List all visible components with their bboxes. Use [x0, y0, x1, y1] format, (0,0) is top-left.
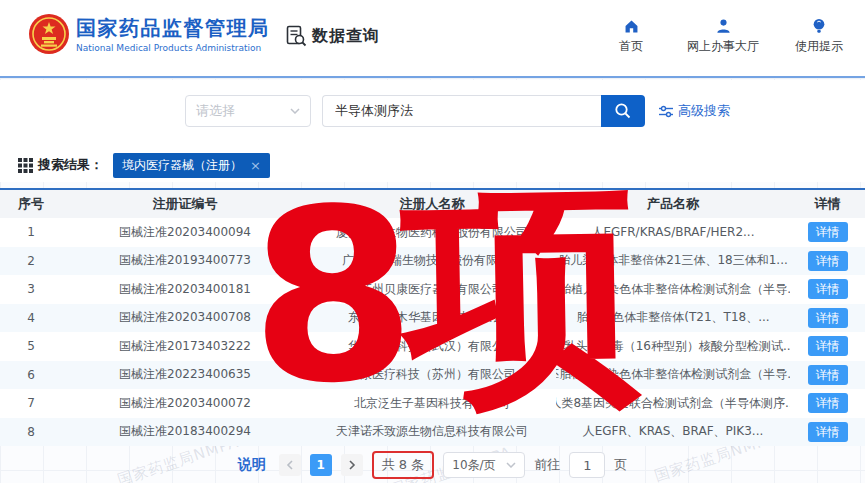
- next-page-button[interactable]: [341, 454, 363, 476]
- total-count-annotated: 共 8 条: [372, 451, 435, 479]
- table-header-row: 序号 注册证编号 注册人名称 产品名称 详情: [0, 190, 865, 218]
- cell-no: 6: [0, 361, 62, 390]
- national-emblem-logo: [28, 13, 70, 55]
- table-row: 1 国械注准20203400094 厦门艾德生物医药科技股份有限公司 人EGFR…: [0, 218, 865, 247]
- filter-tag-label: 境内医疗器械（注册）: [122, 157, 242, 174]
- cell-cert: 国械注准20193400773: [62, 247, 308, 276]
- page-button-1[interactable]: 1: [310, 454, 332, 476]
- filter-tag[interactable]: 境内医疗器械（注册） ×: [113, 153, 270, 178]
- cell-no: 2: [0, 247, 62, 276]
- cell-registrant: 序康医疗科技（苏州）有限公司: [308, 361, 556, 390]
- cell-registrant: 苏州贝康医疗器械有限公司: [308, 275, 556, 304]
- nav-item-label: 网上办事大厅: [687, 38, 759, 55]
- site-title: 国家药品监督管理局: [76, 16, 276, 40]
- search-icon: [614, 102, 632, 120]
- cell-no: 4: [0, 304, 62, 333]
- table-body: 1 国械注准20203400094 厦门艾德生物医药科技股份有限公司 人EGFR…: [0, 218, 865, 446]
- cell-registrant: 华大生物科技（武汉）有限公司: [308, 332, 556, 361]
- nav-item-service-hall[interactable]: 网上办事大厅: [687, 18, 759, 55]
- home-icon: [623, 18, 640, 34]
- cell-product: 人类8基因突变联合检测试剂盒（半导体测序...: [556, 389, 790, 418]
- advanced-search-link[interactable]: 高级搜索: [659, 102, 730, 120]
- cell-registrant: 北京泛生子基因科技有限公司: [308, 389, 556, 418]
- detail-button[interactable]: 详情: [808, 422, 848, 442]
- results-label: 搜索结果：: [38, 156, 103, 174]
- cell-cert: 国械注准20183400294: [62, 418, 308, 447]
- cell-cert: 国械注准20223400635: [62, 361, 308, 390]
- cell-no: 7: [0, 389, 62, 418]
- cell-no: 5: [0, 332, 62, 361]
- nav-item-usage-tips[interactable]: 使用提示: [795, 18, 843, 55]
- table-row: 3 国械注准20203400181 苏州贝康医疗器械有限公司 胚胎植入前染色体非…: [0, 275, 865, 304]
- cell-registrant: 天津诺禾致源生物信息科技有限公司: [308, 418, 556, 447]
- cell-cert: 国械注准20203400094: [62, 218, 308, 247]
- cell-cert: 国械注准20203400072: [62, 389, 308, 418]
- filter-sliders-icon: [659, 105, 673, 118]
- category-select[interactable]: 请选择: [185, 95, 311, 127]
- table-row: 5 国械注准20173403222 华大生物科技（武汉）有限公司 人乳头瘤病毒（…: [0, 332, 865, 361]
- prev-page-button[interactable]: [279, 454, 301, 476]
- cell-cert: 国械注准20203400708: [62, 304, 308, 333]
- cell-product: 人EGFR、KRAS、BRAF、PIK3...: [556, 418, 790, 447]
- cell-product: 人乳头瘤病毒（16种型别）核酸分型检测试...: [556, 332, 790, 361]
- chevron-down-icon: [506, 462, 516, 468]
- page-unit-label: 页: [614, 456, 627, 474]
- detail-button[interactable]: 详情: [808, 222, 848, 242]
- app-title-label: 数据查询: [312, 26, 380, 47]
- table-row: 7 国械注准20203400072 北京泛生子基因科技有限公司 人类8基因突变联…: [0, 389, 865, 418]
- cell-cert: 国械注准20173403222: [62, 332, 308, 361]
- cell-no: 8: [0, 418, 62, 447]
- goto-label: 前往: [534, 456, 560, 474]
- chevron-right-icon: [348, 460, 356, 470]
- cell-product: 人EGFR/KRAS/BRAF/HER2...: [556, 218, 790, 247]
- nav-item-home[interactable]: 首页: [611, 18, 651, 55]
- nav-item-label: 使用提示: [795, 38, 843, 55]
- site-subtitle: National Medical Products Administration: [76, 43, 276, 53]
- table-row: 4 国械注准20203400708 东莞博奥木华基因科技有限公司 胎儿染色体非整…: [0, 304, 865, 333]
- detail-button[interactable]: 详情: [808, 251, 848, 271]
- search-input[interactable]: [322, 95, 601, 127]
- site-title-block: 国家药品监督管理局 National Medical Products Admi…: [76, 16, 276, 53]
- close-icon[interactable]: ×: [250, 159, 261, 172]
- lightbulb-icon: [812, 18, 826, 34]
- top-nav: 首页 网上办事大厅 使用提示: [611, 18, 843, 55]
- app-title: 数据查询: [286, 25, 380, 47]
- column-header-no: 序号: [0, 190, 62, 218]
- detail-button[interactable]: 详情: [808, 308, 848, 328]
- header: 国家药品监督管理局 National Medical Products Admi…: [0, 0, 865, 78]
- category-select-placeholder: 请选择: [196, 102, 290, 120]
- note-link[interactable]: 说明: [238, 456, 266, 474]
- cell-no: 1: [0, 218, 62, 247]
- detail-button[interactable]: 详情: [808, 279, 848, 299]
- chevron-left-icon: [286, 460, 294, 470]
- cell-product: 胚胎植入前染色体非整倍体检测试剂盒（半导...: [556, 275, 790, 304]
- cell-product: 胎儿染色体非整倍体21三体、18三体和1...: [556, 247, 790, 276]
- column-header-registrant: 注册人名称: [308, 190, 556, 218]
- detail-button[interactable]: 详情: [808, 365, 848, 385]
- search-button[interactable]: [601, 95, 645, 127]
- cell-no: 3: [0, 275, 62, 304]
- column-header-detail: 详情: [790, 190, 865, 218]
- column-header-cert: 注册证编号: [62, 190, 308, 218]
- cell-registrant: 东莞博奥木华基因科技有限公司: [308, 304, 556, 333]
- detail-button[interactable]: 详情: [808, 336, 848, 356]
- cell-cert: 国械注准20203400181: [62, 275, 308, 304]
- person-icon: [715, 18, 732, 34]
- cell-product: 胚胎植入前染色体非整倍体检测试剂盒（半导...: [556, 361, 790, 390]
- search-bar: 请选择 高级搜索: [0, 95, 865, 127]
- table-row: 8 国械注准20183400294 天津诺禾致源生物信息科技有限公司 人EGFR…: [0, 418, 865, 447]
- goto-page-input[interactable]: [569, 452, 605, 478]
- advanced-search-label: 高级搜索: [678, 102, 730, 120]
- grid-icon: [18, 158, 33, 173]
- document-search-icon: [286, 25, 307, 47]
- detail-button[interactable]: 详情: [808, 393, 848, 413]
- cell-registrant: 厦门艾德生物医药科技股份有限公司: [308, 218, 556, 247]
- cell-product: 胎儿染色体非整倍体(T21、T18、...: [556, 304, 790, 333]
- page-size-value: 10条/页: [452, 457, 495, 474]
- nav-item-label: 首页: [619, 38, 643, 55]
- search-results-row: 搜索结果： 境内医疗器械（注册） ×: [18, 152, 270, 178]
- results-table: 序号 注册证编号 注册人名称 产品名称 详情 1 国械注准20203400094…: [0, 188, 865, 446]
- table-row: 6 国械注准20223400635 序康医疗科技（苏州）有限公司 胚胎植入前染色…: [0, 361, 865, 390]
- cell-registrant: 广州市达瑞生物技术股份有限公司: [308, 247, 556, 276]
- page-size-select[interactable]: 10条/页: [443, 452, 525, 478]
